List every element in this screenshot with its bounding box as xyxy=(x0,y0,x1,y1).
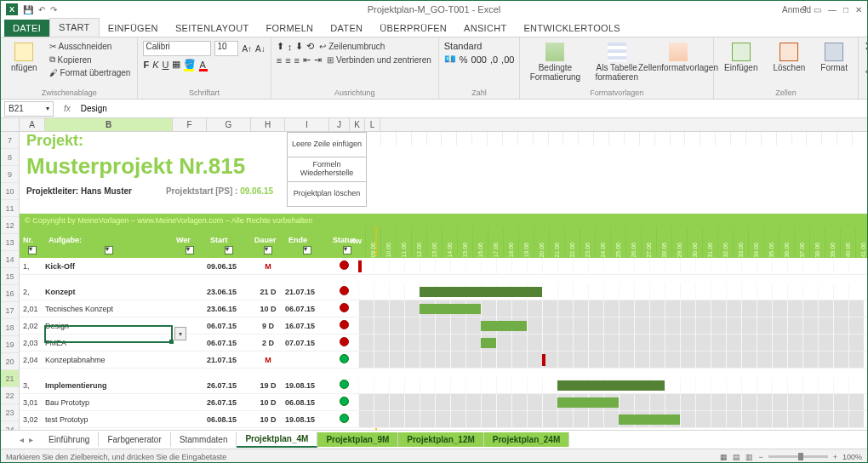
tab-start[interactable]: START xyxy=(49,18,100,37)
task-start[interactable]: 06.08.15 xyxy=(207,415,251,424)
selected-cell[interactable] xyxy=(44,325,173,343)
indent-inc-icon[interactable]: ⇥ xyxy=(314,54,322,66)
account-login[interactable]: Anmeld xyxy=(782,5,811,14)
shrink-font-icon[interactable]: A↓ xyxy=(255,44,266,54)
ribbon-options-icon[interactable]: ▭ xyxy=(814,5,821,14)
task-end[interactable]: 21.07.15 xyxy=(285,288,329,296)
gantt-bar[interactable] xyxy=(420,287,542,297)
milestone-marker[interactable] xyxy=(358,260,362,272)
filter-icon[interactable] xyxy=(105,246,113,254)
align-middle-icon[interactable]: ↕ xyxy=(288,42,293,52)
row-header[interactable]: 7 xyxy=(1,132,19,149)
row-header[interactable]: 13 xyxy=(1,234,19,251)
task-row[interactable]: 1,Kick-Off09.06.15M xyxy=(20,258,867,275)
qat-undo-icon[interactable]: ↶ xyxy=(38,5,45,14)
insert-row-button[interactable]: Leere Zeile einfügen xyxy=(287,132,367,157)
col-header[interactable]: F xyxy=(173,118,207,131)
border-button[interactable]: ▦ xyxy=(172,59,180,70)
fill-button[interactable]: ▼Füllbereich xyxy=(864,54,868,65)
task-row[interactable]: 3,Implementierung26.07.1519 D19.08.15 xyxy=(20,377,867,394)
task-duration[interactable]: 10 D xyxy=(251,398,285,407)
row-header[interactable]: 17 xyxy=(1,302,19,319)
task-status[interactable] xyxy=(329,320,358,331)
sheet-tab[interactable]: Projektplan_12M xyxy=(398,432,483,447)
align-bottom-icon[interactable]: ⬇ xyxy=(295,41,303,52)
row-header[interactable]: 12 xyxy=(1,217,19,234)
col-header[interactable]: H xyxy=(251,118,285,131)
tab-nav-next-icon[interactable]: ▸ xyxy=(27,435,40,444)
tab-ueberpruefen[interactable]: ÜBERPRÜFEN xyxy=(371,20,455,37)
task-row[interactable]: 2,Konzept23.06.1521 D21.07.15 xyxy=(20,283,867,300)
tab-ansicht[interactable]: ANSICHT xyxy=(455,20,515,37)
task-status[interactable] xyxy=(329,286,358,297)
worksheet[interactable]: A B F G H I J K L 7891011121314151617181… xyxy=(1,118,867,430)
gantt-bar[interactable] xyxy=(557,397,619,408)
row-header[interactable]: 16 xyxy=(1,285,19,302)
fill-color-button[interactable]: 🪣 xyxy=(184,59,196,70)
copy-button[interactable]: ⧉Kopieren xyxy=(48,54,133,66)
gantt-bar[interactable] xyxy=(619,414,680,425)
task-status[interactable] xyxy=(329,337,358,348)
row-header[interactable]: 24 xyxy=(1,421,19,430)
view-normal-icon[interactable]: ▦ xyxy=(720,453,728,461)
formula-input[interactable] xyxy=(77,101,867,117)
sheet-tab[interactable]: Projektplan_4M xyxy=(237,432,317,448)
clear-button[interactable]: ⌫Löschen xyxy=(864,66,868,77)
format-table-button[interactable]: Als Tabelle formatieren xyxy=(590,41,643,83)
fx-icon[interactable]: fx xyxy=(57,104,77,113)
view-layout-icon[interactable]: ▤ xyxy=(733,453,740,461)
task-duration[interactable]: 19 D xyxy=(251,381,285,390)
cond-format-button[interactable]: Bedingte Formatierung xyxy=(525,41,585,83)
tab-daten[interactable]: DATEN xyxy=(322,20,371,37)
col-header[interactable]: I xyxy=(285,118,329,131)
task-start[interactable]: 21.07.15 xyxy=(207,356,251,364)
orientation-icon[interactable]: ⟲ xyxy=(306,41,314,52)
row-header[interactable]: 18 xyxy=(1,319,19,336)
dec-inc-icon[interactable]: ,0 xyxy=(490,54,498,65)
filter-icon[interactable] xyxy=(225,246,233,254)
task-status[interactable] xyxy=(329,303,358,314)
row-header[interactable]: 14 xyxy=(1,251,19,268)
format-painter-button[interactable]: 🖌Format übertragen xyxy=(48,67,133,78)
col-header[interactable]: G xyxy=(207,118,251,131)
task-status[interactable] xyxy=(329,354,358,365)
col-header[interactable]: A xyxy=(20,118,45,131)
tab-entwicklertools[interactable]: ENTWICKLERTOOLS xyxy=(515,20,629,37)
tab-nav-prev-icon[interactable]: ◂ xyxy=(16,435,27,444)
task-end[interactable]: 16.07.15 xyxy=(285,322,329,330)
font-name-combo[interactable]: Calibri xyxy=(143,41,211,56)
zoom-percent[interactable]: 100% xyxy=(842,453,862,461)
cut-button[interactable]: ✂Ausschneiden xyxy=(48,41,133,52)
percent-icon[interactable]: % xyxy=(460,54,468,65)
col-header[interactable]: B xyxy=(45,118,173,131)
filter-icon[interactable] xyxy=(303,246,311,254)
zoom-in-icon[interactable]: + xyxy=(833,453,837,461)
zoom-slider[interactable] xyxy=(768,455,828,458)
row-header[interactable]: 20 xyxy=(1,353,19,370)
sheet-tab[interactable]: Projektplan_24M xyxy=(484,432,569,447)
cell-styles-button[interactable]: Zellenformatvorlagen xyxy=(648,41,708,74)
tab-seitenlayout[interactable]: SEITENLAYOUT xyxy=(167,20,258,37)
filter-icon[interactable] xyxy=(264,246,272,254)
tab-datei[interactable]: DATEI xyxy=(4,20,49,37)
gantt-bar[interactable] xyxy=(481,338,496,348)
task-duration[interactable]: M xyxy=(251,262,285,271)
row-header[interactable]: 11 xyxy=(1,200,19,217)
task-name[interactable]: Kick-Off xyxy=(45,262,173,271)
col-header[interactable]: J xyxy=(329,118,350,131)
task-name[interactable]: Implementierung xyxy=(45,381,173,390)
select-all-corner[interactable] xyxy=(1,118,20,132)
task-duration[interactable]: M xyxy=(251,356,285,364)
qat-redo-icon[interactable]: ↷ xyxy=(50,5,57,14)
task-name[interactable]: Bau Prototyp xyxy=(45,398,173,407)
col-header[interactable]: K xyxy=(350,118,365,131)
filter-icon[interactable] xyxy=(186,246,194,254)
task-duration[interactable]: 9 D xyxy=(251,322,285,330)
row-header[interactable]: 8 xyxy=(1,149,19,166)
task-name[interactable]: Konzept xyxy=(45,288,173,296)
grid[interactable]: Projekt: Musterprojekt Nr.815 Projektlei… xyxy=(20,132,867,430)
task-status[interactable] xyxy=(329,414,358,425)
task-end[interactable]: 19.08.15 xyxy=(285,381,329,390)
task-name[interactable]: Tecnisches Konzept xyxy=(45,305,173,313)
filter-icon[interactable] xyxy=(28,246,37,254)
